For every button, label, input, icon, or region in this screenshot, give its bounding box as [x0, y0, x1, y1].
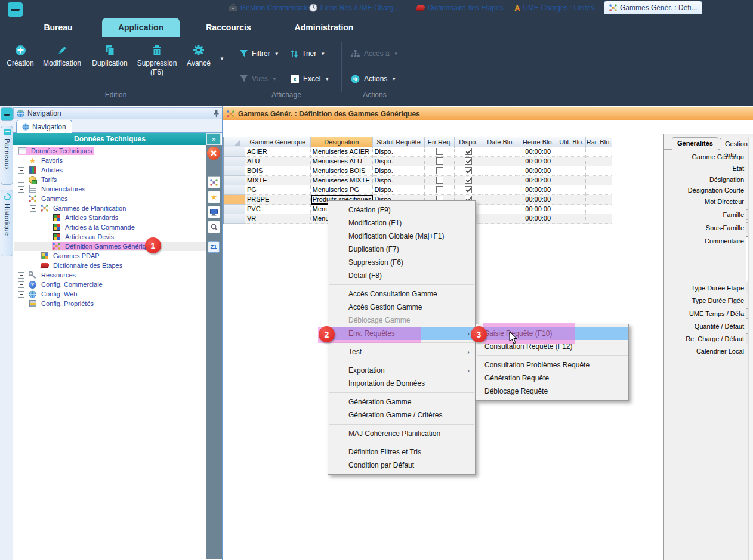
- tree-item-dictionnaire-etapes[interactable]: Dictionnaire des Etapes: [14, 261, 206, 270]
- historique-side-tab[interactable]: Historique: [1, 190, 13, 256]
- tree-item-articles-devis[interactable]: Articles au Devis: [14, 232, 206, 242]
- ribbon-tab-raccourcis[interactable]: Raccourcis: [202, 18, 255, 37]
- panneaux-side-tab[interactable]: Panneaux: [1, 126, 13, 185]
- tree-item-articles[interactable]: Articles: [14, 165, 206, 175]
- menu-item-definition-filtres[interactable]: Définition Filtres et Tris: [328, 445, 475, 459]
- row-selector[interactable]: [224, 157, 245, 166]
- row-selector[interactable]: [224, 147, 245, 157]
- table-row[interactable]: PGMenuiseries PG Dispo. 00:00:00: [224, 185, 612, 195]
- expander-icon[interactable]: [18, 272, 24, 279]
- table-row[interactable]: ACIERMenuiseries ACIER Dispo. 00:00:00: [224, 147, 612, 157]
- expander-icon[interactable]: [18, 167, 24, 174]
- expander-icon[interactable]: [18, 281, 24, 288]
- pin-icon[interactable]: [214, 110, 219, 117]
- expander-icon[interactable]: [30, 253, 36, 259]
- tree-item-config-web[interactable]: Config. Web: [14, 289, 206, 299]
- checkbox[interactable]: [465, 186, 472, 193]
- menu-item-suppression[interactable]: Suppression (F6): [328, 256, 475, 269]
- ribbon-tab-administration[interactable]: Administration: [285, 18, 363, 37]
- column-header[interactable]: Heure Blo.: [519, 137, 557, 147]
- row-selector[interactable]: [224, 185, 245, 195]
- corner-select-all-cell[interactable]: [224, 137, 245, 147]
- expander-icon[interactable]: [18, 177, 24, 183]
- submenu-item-deblocage-requete[interactable]: Déblocage Requête: [476, 385, 628, 398]
- menu-item-acces-consultation[interactable]: Accès Consultation Gamme: [328, 287, 475, 301]
- tree-item-gammes-pdap[interactable]: Gammes PDAP: [14, 251, 206, 261]
- table-row[interactable]: BOISMenuiseries BOIS Dispo. 00:00:00: [224, 166, 612, 176]
- menu-item-detail[interactable]: Détail (F8): [328, 269, 475, 282]
- menu-item-modification[interactable]: Modification (F1): [328, 216, 475, 230]
- tree-item-articles-standards[interactable]: Articles Standards: [14, 213, 206, 222]
- row-selector[interactable]: [224, 205, 245, 214]
- menu-item-generation-gamme[interactable]: Génération Gamme: [328, 395, 475, 409]
- menu-item-acces-gestion[interactable]: Accès Gestion Gamme: [328, 301, 475, 314]
- app-logo-icon[interactable]: [8, 2, 23, 17]
- trier-button[interactable]: Trier▼: [291, 47, 325, 60]
- row-selector[interactable]: [224, 176, 245, 185]
- ribbon-tab-application[interactable]: Application: [102, 18, 180, 37]
- dropdown-icon[interactable]: ▼: [320, 51, 325, 57]
- column-header[interactable]: Util. Blo.: [557, 137, 586, 147]
- checkbox[interactable]: [465, 157, 472, 165]
- checkbox[interactable]: [465, 177, 472, 184]
- excel-button[interactable]: Excel▼: [291, 72, 329, 85]
- expander-icon[interactable]: [18, 301, 24, 307]
- tree-item-nomenclatures[interactable]: Nomenclatures: [14, 184, 206, 194]
- menu-item-generation-gamme-criteres[interactable]: Génération Gamme / Critères: [328, 409, 475, 422]
- tree-item-tarifs[interactable]: Tarifs: [14, 175, 206, 184]
- doc-tab-ume-charges[interactable]: UME Charges : Unités ...: [514, 2, 602, 14]
- tree-item-ressources[interactable]: Ressources: [14, 270, 206, 280]
- table-row[interactable]: ALUMenuiseries ALU Dispo. 00:00:00: [224, 157, 612, 166]
- duplication-button[interactable]: Duplication: [88, 42, 132, 67]
- doc-tab-gestion-commerciale[interactable]: Gestion Commerciale ...: [229, 2, 317, 14]
- tree-item-definition-gammes-generiques[interactable]: Définition Gammes Génériques: [14, 242, 206, 251]
- checkbox[interactable]: [465, 148, 472, 155]
- creation-button[interactable]: Création: [5, 42, 36, 67]
- network-tool-button[interactable]: [208, 176, 220, 188]
- menu-item-maj-coherence[interactable]: MAJ Cohérence Planification: [328, 427, 475, 440]
- submenu-item-generation-requete[interactable]: Génération Requête: [476, 372, 628, 385]
- search-tool-button[interactable]: [208, 221, 220, 233]
- expander-icon[interactable]: [18, 196, 24, 202]
- favorites-tool-button[interactable]: ★: [208, 191, 220, 203]
- collapse-panel-button[interactable]: »: [206, 133, 221, 145]
- doc-tab-liens-res-ume[interactable]: Liens Res./UME Charg...: [309, 2, 400, 14]
- suppression-button[interactable]: Suppression (F6): [134, 42, 180, 76]
- menu-item-condition-defaut[interactable]: Condition par Défaut: [328, 459, 475, 472]
- row-selector[interactable]: [224, 166, 245, 176]
- checkbox[interactable]: [465, 167, 472, 174]
- tree-item-config-proprietes[interactable]: Config. Propriétés: [14, 299, 206, 308]
- ribbon-tab-bureau[interactable]: Bureau: [33, 18, 84, 37]
- doc-tab-gammes-generiques[interactable]: Gammes Génér. : Défi...: [604, 1, 702, 14]
- menu-item-importation[interactable]: Importation de Données: [328, 377, 475, 390]
- detail-splitter[interactable]: [661, 134, 661, 560]
- expander-icon[interactable]: [18, 186, 24, 193]
- zoom-z1-button[interactable]: Z1: [208, 241, 220, 253]
- column-header[interactable]: Rai. Blo.: [586, 137, 612, 147]
- dropdown-icon[interactable]: ▼: [325, 76, 329, 82]
- avance-dropdown-icon[interactable]: ▼: [220, 56, 224, 61]
- tree-item-articles-commande[interactable]: Articles à la Commande: [14, 222, 206, 232]
- filtrer-button[interactable]: Filtrer▼: [240, 47, 279, 60]
- checkbox[interactable]: [436, 157, 443, 165]
- dropdown-icon[interactable]: ▼: [274, 51, 279, 57]
- menu-item-creation[interactable]: Création (F9): [328, 203, 475, 216]
- actions-button[interactable]: Actions▼: [351, 72, 396, 85]
- tree-item-donnees-techniques[interactable]: Données Techniques: [14, 146, 206, 156]
- avance-button[interactable]: Avancé: [181, 42, 216, 67]
- column-header-sorted[interactable]: Désignation: [311, 137, 373, 147]
- close-red-button[interactable]: [207, 147, 220, 160]
- checkbox[interactable]: [436, 186, 443, 193]
- tree-item-gammes-planification[interactable]: Gammes de Planification: [14, 203, 206, 213]
- expander-icon[interactable]: [30, 205, 36, 212]
- menu-item-exportation[interactable]: Exportation›: [328, 364, 475, 377]
- row-selector-active[interactable]: [224, 195, 245, 205]
- tab-generalites[interactable]: Généralités: [672, 137, 718, 150]
- dropdown-icon[interactable]: ▼: [391, 76, 396, 82]
- expander-icon[interactable]: [18, 291, 24, 298]
- vertical-scrollbar[interactable]: [748, 137, 753, 560]
- column-header[interactable]: Gamme Générique: [245, 137, 311, 147]
- doc-tab-dictionnaire-etapes[interactable]: Dictionnaire des Etapes: [416, 2, 504, 14]
- table-row[interactable]: MIXTEMenuiseries MIXTE Dispo. 00:00:00: [224, 176, 612, 185]
- checkbox[interactable]: [436, 177, 443, 184]
